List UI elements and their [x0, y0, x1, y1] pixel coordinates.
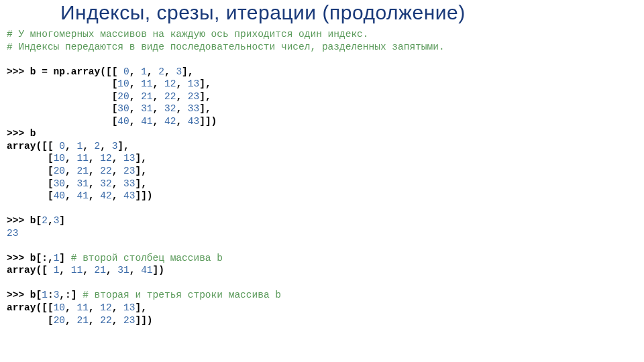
num: 33	[123, 178, 135, 189]
num: 11	[76, 302, 88, 313]
prompt: >>>	[7, 128, 30, 139]
num: 23	[188, 91, 199, 102]
expr: b[	[30, 290, 42, 300]
bracket: [	[48, 153, 54, 164]
num: 31	[117, 265, 129, 276]
num: 42	[164, 116, 176, 127]
num: 2	[42, 215, 48, 226]
array-head: array([	[7, 265, 54, 276]
num: 1	[76, 141, 83, 152]
bracket: ],	[135, 302, 146, 313]
num: 22	[100, 166, 111, 176]
num: 20	[54, 166, 65, 176]
num: 42	[100, 190, 111, 201]
assign: b = np.array([[	[30, 66, 123, 77]
num: 21	[95, 265, 106, 276]
num: 43	[123, 190, 135, 201]
num: 30	[117, 103, 129, 114]
num: 30	[54, 178, 65, 189]
num: 33	[188, 103, 199, 114]
bracket: [	[48, 315, 54, 326]
bracket: ],	[135, 178, 146, 189]
prompt: >>>	[7, 290, 30, 300]
prompt: >>>	[7, 66, 30, 77]
bracket: ]])	[199, 116, 217, 127]
num: 43	[188, 116, 199, 127]
array-head: array([[	[7, 302, 54, 313]
num: 23	[123, 166, 135, 176]
num: 12	[100, 153, 111, 164]
array-head: array([[	[7, 141, 59, 152]
num: 41	[141, 116, 152, 127]
expr: b[	[30, 215, 42, 226]
num: 21	[76, 166, 88, 176]
num: 20	[54, 315, 65, 326]
bracket: ],	[135, 166, 146, 176]
prompt: >>>	[7, 253, 30, 263]
slide-title: Индексы, срезы, итерации (продолжение)	[60, 1, 637, 24]
code-block: # У многомерных массивов на каждую ось п…	[7, 28, 637, 326]
prompt: >>>	[7, 215, 30, 226]
bracket: [	[48, 166, 54, 176]
num: 11	[141, 78, 152, 89]
num: 1	[42, 290, 48, 300]
num: 22	[100, 315, 111, 326]
bracket: ]])	[135, 190, 152, 201]
num: 1	[141, 66, 147, 77]
comment-line-1: # У многомерных массивов на каждую ось п…	[7, 29, 369, 40]
num: 40	[54, 190, 65, 201]
num: 22	[164, 91, 176, 102]
num: 21	[141, 91, 152, 102]
num: 10	[54, 153, 65, 164]
bracket: ]	[59, 253, 70, 263]
num: 13	[123, 153, 135, 164]
num: 10	[54, 302, 65, 313]
expr: b[:,	[30, 253, 54, 263]
num: 41	[141, 265, 152, 276]
num: 0	[123, 66, 129, 77]
inline-comment: # вторая и третья строки массива b	[83, 290, 281, 300]
bracket: ]	[59, 215, 65, 226]
inline-comment: # второй столбец массива b	[71, 253, 223, 263]
num: 3	[176, 66, 182, 77]
num: 41	[76, 190, 88, 201]
num: 11	[71, 265, 83, 276]
num: 32	[164, 103, 176, 114]
num: 20	[117, 91, 129, 102]
result: 23	[7, 228, 18, 239]
expr: ,:]	[59, 290, 76, 300]
bracket: ]])	[135, 315, 152, 326]
num: 12	[164, 78, 176, 89]
bracket: ],	[199, 103, 211, 114]
bracket: ],	[135, 153, 146, 164]
num: 2	[158, 66, 164, 77]
comment-line-2: # Индексы передаются в виде последовател…	[7, 42, 445, 52]
num: 31	[76, 178, 88, 189]
num: 23	[123, 315, 135, 326]
bracket: ])	[153, 265, 164, 276]
bracket: ],	[182, 66, 193, 77]
num: 21	[76, 315, 88, 326]
num: 13	[123, 302, 135, 313]
var: b	[30, 128, 36, 139]
bracket: ],	[117, 141, 129, 152]
slide: Индексы, срезы, итерации (продолжение) #…	[0, 1, 644, 362]
num: 40	[117, 116, 129, 127]
num: 31	[141, 103, 152, 114]
num: 0	[59, 141, 65, 152]
bracket: [	[48, 178, 54, 189]
num: 13	[188, 78, 199, 89]
bracket: ],	[199, 78, 211, 89]
bracket: ],	[199, 91, 211, 102]
num: 12	[100, 302, 111, 313]
num: 11	[76, 153, 88, 164]
num: 2	[95, 141, 101, 152]
bracket: [	[48, 190, 54, 201]
num: 32	[100, 178, 111, 189]
num: 10	[117, 78, 129, 89]
